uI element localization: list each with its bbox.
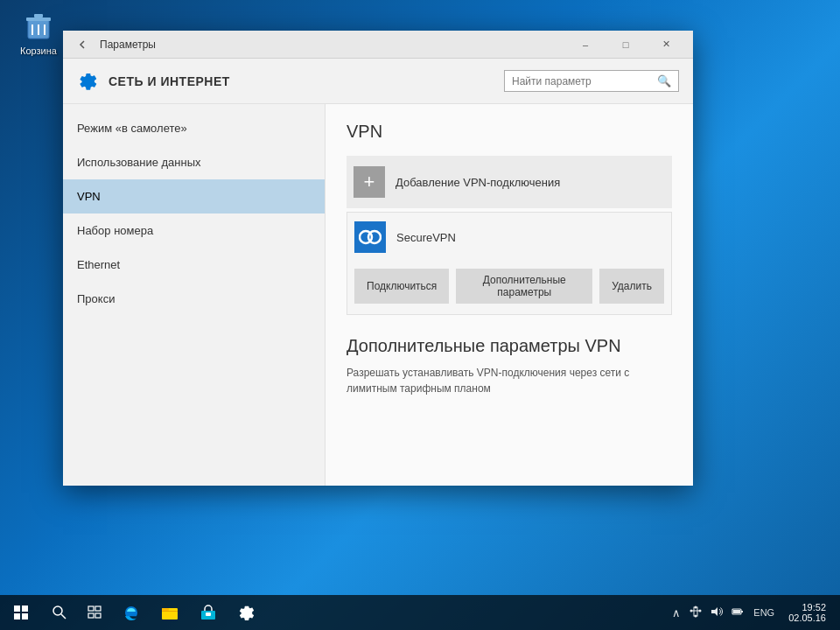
taskbar-settings[interactable] — [228, 595, 266, 630]
main-content: Режим «в самолете» Использование данных … — [63, 104, 693, 486]
header-bar: СЕТЬ И ИНТЕРНЕТ 🔍 — [63, 59, 693, 104]
vpn-section-title: VPN — [346, 122, 672, 142]
svg-rect-16 — [88, 613, 94, 618]
sidebar-item-proxy[interactable]: Прокси — [63, 282, 325, 316]
gear-icon — [77, 71, 98, 92]
svg-rect-8 — [14, 606, 20, 612]
taskbar-store[interactable] — [189, 595, 228, 630]
svg-point-24 — [695, 606, 697, 608]
svg-point-25 — [690, 609, 693, 612]
sidebar-item-ethernet-label: Ethernet — [77, 258, 120, 271]
svg-rect-14 — [88, 606, 94, 611]
sidebar-item-airplane-label: Режим «в самолете» — [77, 122, 187, 135]
sidebar: Режим «в самолете» Использование данных … — [63, 104, 326, 486]
task-view-button[interactable] — [77, 595, 112, 630]
svg-rect-1 — [26, 18, 51, 21]
taskbar-tray: ∧ ENG 19:52 02.05.16 — [669, 595, 840, 630]
search-box: 🔍 — [504, 70, 679, 92]
svg-rect-10 — [14, 613, 20, 620]
sidebar-item-vpn-label: VPN — [77, 190, 101, 203]
svg-point-12 — [53, 606, 62, 615]
add-vpn-icon: + — [354, 166, 385, 198]
close-button[interactable]: ✕ — [646, 31, 686, 59]
svg-rect-19 — [162, 608, 169, 611]
sidebar-item-dialup-label: Набор номера — [77, 224, 153, 237]
content-panel: VPN + Добавление VPN-подключения — [326, 104, 693, 486]
connect-button[interactable]: Подключиться — [354, 269, 449, 304]
taskbar-search-button[interactable] — [42, 595, 77, 630]
svg-rect-31 — [741, 611, 743, 612]
svg-rect-9 — [22, 606, 28, 612]
vpn-additional-text: Разрешать устанавливать VPN-подключения … — [346, 365, 672, 396]
desktop: Корзина Параметры – □ ✕ СЕТЬ И ИНТЕРНЕТ … — [0, 0, 840, 630]
svg-marker-28 — [711, 607, 718, 616]
advanced-button[interactable]: Дополнительные параметры — [456, 269, 592, 304]
sidebar-item-proxy-label: Прокси — [77, 292, 115, 305]
header-title: СЕТЬ И ИНТЕРНЕТ — [108, 74, 504, 88]
settings-window: Параметры – □ ✕ СЕТЬ И ИНТЕРНЕТ 🔍 Р — [63, 31, 693, 486]
sidebar-item-ethernet[interactable]: Ethernet — [63, 248, 325, 282]
svg-rect-2 — [34, 14, 43, 18]
taskbar-edge[interactable] — [112, 595, 150, 630]
svg-rect-11 — [22, 613, 28, 620]
search-input[interactable] — [512, 75, 657, 88]
svg-point-7 — [368, 231, 381, 243]
svg-line-13 — [61, 614, 66, 619]
tray-date: 02.05.16 — [788, 612, 826, 623]
svg-point-26 — [699, 609, 702, 612]
window-controls: – □ ✕ — [565, 31, 686, 59]
search-icon: 🔍 — [657, 74, 671, 88]
sidebar-item-dialup[interactable]: Набор номера — [63, 214, 325, 248]
svg-rect-22 — [206, 612, 211, 616]
sidebar-item-data-usage-label: Использование данных — [77, 156, 201, 169]
back-button[interactable] — [70, 32, 94, 57]
tray-volume-icon[interactable] — [708, 606, 725, 620]
svg-rect-17 — [95, 613, 101, 618]
start-button[interactable] — [0, 595, 42, 630]
titlebar-title: Параметры — [100, 38, 565, 51]
recycle-bin-icon[interactable]: Корзина — [12, 10, 65, 56]
svg-rect-20 — [162, 611, 178, 612]
maximize-button[interactable]: □ — [606, 31, 646, 59]
taskbar: ∧ ENG 19:52 02.05.16 — [0, 595, 840, 630]
minimize-button[interactable]: – — [565, 31, 606, 59]
tray-network-icon[interactable] — [687, 606, 704, 620]
tray-chevron[interactable]: ∧ — [669, 606, 683, 620]
tray-language[interactable]: ENG — [750, 607, 778, 618]
svg-rect-30 — [733, 610, 740, 613]
titlebar: Параметры – □ ✕ — [63, 31, 693, 59]
vpn-entry-header[interactable]: SecureVPN — [347, 213, 671, 262]
vpn-name: SecureVPN — [396, 231, 456, 244]
tray-time: 19:52 — [802, 602, 826, 612]
svg-point-27 — [695, 614, 697, 617]
vpn-entry: SecureVPN Подключиться Дополнительные па… — [346, 212, 672, 315]
taskbar-explorer[interactable] — [150, 595, 189, 630]
tray-clock[interactable]: 19:52 02.05.16 — [781, 602, 833, 623]
vpn-additional-title: Дополнительные параметры VPN — [346, 336, 672, 356]
svg-rect-15 — [95, 606, 101, 611]
sidebar-item-airplane[interactable]: Режим «в самолете» — [63, 111, 325, 145]
vpn-actions: Подключиться Дополнительные параметры Уд… — [347, 262, 671, 314]
sidebar-item-data-usage[interactable]: Использование данных — [63, 145, 325, 179]
recycle-bin-label: Корзина — [20, 46, 57, 56]
add-vpn-label: Добавление VPN-подключения — [396, 176, 560, 189]
add-vpn-row[interactable]: + Добавление VPN-подключения — [346, 156, 672, 208]
remove-button[interactable]: Удалить — [599, 269, 664, 304]
vpn-app-icon — [354, 221, 386, 253]
tray-battery-icon[interactable] — [729, 606, 746, 620]
sidebar-item-vpn[interactable]: VPN — [63, 179, 325, 214]
taskbar-apps — [112, 595, 669, 630]
